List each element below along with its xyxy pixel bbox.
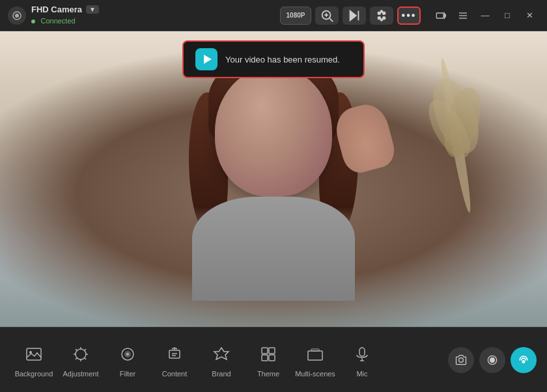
toast: Your video has been resumed. xyxy=(182,40,365,78)
svg-line-30 xyxy=(76,349,77,351)
grid-button[interactable] xyxy=(370,7,393,25)
svg-marker-40 xyxy=(214,348,229,359)
svg-rect-42 xyxy=(269,348,275,354)
tool-item-multiscenes[interactable]: Multi-scenes xyxy=(292,337,339,383)
multiscenes-label: Multi-scenes xyxy=(295,370,335,378)
svg-rect-46 xyxy=(311,349,319,351)
toast-container: Your video has been resumed. xyxy=(182,40,365,78)
more-button[interactable]: ••• xyxy=(397,7,421,25)
svg-point-8 xyxy=(378,12,381,14)
svg-rect-43 xyxy=(262,355,268,361)
restore-button[interactable]: □ xyxy=(498,7,517,25)
svg-line-31 xyxy=(84,357,86,359)
tool-item-filter[interactable]: Filter xyxy=(104,337,151,383)
filter-label: Filter xyxy=(120,370,135,378)
face xyxy=(215,66,332,197)
status-dot xyxy=(31,20,35,23)
cast-button[interactable] xyxy=(431,7,451,25)
app-icon xyxy=(8,7,26,25)
toolbar: 1080P ••• xyxy=(280,7,421,25)
app-title-group: FHD Camera ▼ Connected xyxy=(31,5,99,26)
app-status: Connected xyxy=(31,14,99,26)
theme-label: Theme xyxy=(257,370,279,378)
mic-icon xyxy=(350,343,374,366)
svg-rect-44 xyxy=(269,355,275,361)
brand-label: Brand xyxy=(212,370,231,378)
svg-marker-15 xyxy=(444,13,446,18)
svg-point-24 xyxy=(29,351,32,354)
multiscenes-icon xyxy=(303,343,327,366)
theme-icon xyxy=(257,343,280,366)
svg-point-36 xyxy=(126,353,129,356)
svg-line-33 xyxy=(76,357,77,359)
svg-point-12 xyxy=(381,10,383,12)
adjustment-icon xyxy=(69,343,92,366)
app-title: FHD Camera xyxy=(31,5,82,14)
content-label: Content xyxy=(162,370,188,378)
record-button[interactable] xyxy=(479,347,505,373)
tool-item-brand[interactable]: Brand xyxy=(198,337,245,383)
right-controls xyxy=(448,347,537,373)
svg-point-50 xyxy=(459,357,464,362)
window-controls: — □ ✕ xyxy=(431,7,539,25)
content-icon xyxy=(163,343,186,366)
bg-plant xyxy=(417,51,495,220)
svg-point-9 xyxy=(383,12,386,14)
mic-label: Mic xyxy=(356,370,367,378)
svg-line-3 xyxy=(330,18,333,21)
tool-item-background[interactable]: Background xyxy=(10,337,57,383)
video-area: Your video has been resumed. xyxy=(0,31,547,327)
resolution-button[interactable]: 1080P xyxy=(280,7,311,25)
svg-point-10 xyxy=(378,16,381,19)
body xyxy=(192,197,355,301)
svg-point-11 xyxy=(383,16,386,19)
svg-rect-45 xyxy=(308,351,322,360)
tool-item-content[interactable]: Content xyxy=(151,337,198,383)
background-icon xyxy=(22,343,46,366)
filter-icon xyxy=(116,343,139,366)
tool-item-theme[interactable]: Theme xyxy=(245,337,292,383)
svg-point-13 xyxy=(381,19,383,21)
background-label: Background xyxy=(15,370,53,378)
svg-line-32 xyxy=(84,349,86,351)
svg-rect-41 xyxy=(262,348,268,354)
person-figure xyxy=(176,53,371,301)
svg-point-52 xyxy=(490,357,495,362)
svg-rect-47 xyxy=(359,348,365,356)
title-dropdown-button[interactable]: ▼ xyxy=(86,5,99,14)
bottom-bar: Background Adjustment xyxy=(0,327,547,392)
title-bar-left: FHD Camera ▼ Connected xyxy=(8,5,280,26)
minimize-button[interactable]: — xyxy=(475,7,495,25)
zoom-button[interactable] xyxy=(315,7,339,25)
menu-button[interactable] xyxy=(453,7,473,25)
snapshot-button[interactable] xyxy=(448,347,474,373)
skip-button[interactable] xyxy=(343,7,366,25)
adjustment-label: Adjustment xyxy=(63,370,98,378)
close-button[interactable]: ✕ xyxy=(520,7,539,25)
svg-rect-14 xyxy=(436,13,443,18)
live-button[interactable] xyxy=(511,347,537,373)
tool-items: Background Adjustment xyxy=(10,337,448,383)
brand-icon xyxy=(210,343,233,366)
tool-item-mic[interactable]: Mic xyxy=(339,337,386,383)
status-text: Connected xyxy=(40,17,75,25)
toast-play-icon xyxy=(195,48,217,70)
svg-point-1 xyxy=(15,14,19,18)
title-bar: FHD Camera ▼ Connected 1080P xyxy=(0,0,547,31)
svg-point-53 xyxy=(522,360,524,362)
svg-rect-37 xyxy=(169,350,180,358)
toast-message: Your video has been resumed. xyxy=(225,55,340,64)
tool-item-adjustment[interactable]: Adjustment xyxy=(57,337,104,383)
svg-marker-6 xyxy=(350,10,356,20)
